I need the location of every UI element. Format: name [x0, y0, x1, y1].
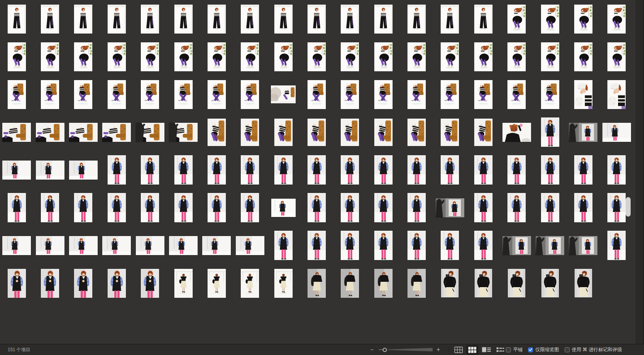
photo-thumbnail[interactable] — [202, 236, 231, 255]
photo-thumbnail[interactable] — [69, 236, 98, 255]
photo-thumbnail[interactable] — [2, 123, 31, 142]
photo-thumbnail[interactable] — [36, 123, 64, 142]
photo-thumbnail[interactable] — [141, 193, 159, 222]
photo-thumbnail[interactable] — [271, 85, 296, 103]
photo-thumbnail[interactable] — [208, 5, 226, 34]
photo-thumbnail[interactable] — [574, 80, 592, 109]
photo-thumbnail[interactable] — [241, 42, 259, 71]
photo-thumbnail[interactable] — [102, 236, 131, 255]
photo-thumbnail[interactable] — [374, 155, 393, 185]
photo-thumbnail[interactable] — [341, 5, 359, 34]
photo-thumbnail[interactable] — [308, 193, 326, 222]
photo-thumbnail[interactable] — [8, 269, 26, 298]
badge-rating-checkbox-box[interactable] — [565, 347, 570, 352]
photo-thumbnail[interactable] — [607, 155, 626, 185]
photo-thumbnail[interactable] — [541, 193, 559, 222]
photo-thumbnail[interactable] — [474, 119, 493, 146]
photo-thumbnail[interactable] — [607, 5, 626, 34]
photo-thumbnail[interactable] — [541, 269, 559, 297]
photo-thumbnail[interactable] — [208, 80, 226, 109]
photo-thumbnail[interactable] — [36, 161, 64, 180]
photo-thumbnail[interactable] — [102, 123, 131, 142]
photo-thumbnail[interactable] — [274, 119, 293, 146]
photo-thumbnail[interactable] — [502, 123, 531, 142]
photo-thumbnail[interactable] — [8, 42, 26, 71]
photo-thumbnail[interactable] — [271, 199, 296, 217]
photo-thumbnail[interactable] — [374, 269, 393, 298]
photo-thumbnail[interactable] — [502, 236, 531, 255]
photo-thumbnail[interactable] — [174, 42, 193, 71]
photo-thumbnail[interactable] — [574, 193, 592, 222]
photo-thumbnail[interactable] — [208, 42, 226, 71]
photo-thumbnail[interactable] — [441, 5, 459, 34]
photo-thumbnail[interactable] — [8, 193, 26, 222]
photo-thumbnail[interactable] — [574, 42, 592, 71]
photo-thumbnail[interactable] — [441, 269, 459, 297]
photo-thumbnail[interactable] — [341, 80, 359, 109]
photo-thumbnail[interactable] — [108, 269, 126, 298]
photo-thumbnail[interactable] — [141, 80, 159, 109]
photo-thumbnail[interactable] — [441, 231, 459, 260]
photo-thumbnail[interactable] — [507, 193, 526, 222]
photo-thumbnail[interactable] — [308, 269, 326, 298]
photo-thumbnail[interactable] — [308, 155, 326, 185]
photo-thumbnail[interactable] — [474, 231, 493, 260]
photo-thumbnail[interactable] — [69, 161, 98, 180]
badge-rating-checkbox[interactable]: 使用 ⌘ 进行标记和评级 — [565, 347, 622, 353]
vertical-scrollbar[interactable] — [626, 197, 631, 217]
photo-thumbnail[interactable] — [374, 119, 393, 146]
photo-thumbnail[interactable] — [274, 155, 293, 185]
photo-thumbnail[interactable] — [474, 42, 493, 71]
photo-thumbnail[interactable] — [474, 80, 493, 109]
photo-thumbnail[interactable] — [274, 5, 293, 34]
photo-thumbnail[interactable] — [607, 42, 626, 71]
photo-thumbnail[interactable] — [407, 80, 426, 109]
thumbnail-size-slider[interactable] — [377, 344, 434, 355]
thumbnail-view-button[interactable] — [466, 345, 478, 355]
photo-thumbnail[interactable] — [108, 42, 126, 71]
photo-thumbnail[interactable] — [374, 80, 393, 109]
photo-thumbnail[interactable] — [441, 155, 459, 185]
photo-thumbnail[interactable] — [407, 42, 426, 71]
photo-thumbnail[interactable] — [208, 269, 226, 298]
photo-thumbnail[interactable] — [141, 155, 159, 185]
photo-thumbnail[interactable] — [41, 42, 59, 71]
photo-thumbnail[interactable] — [607, 80, 626, 109]
zoom-in-button[interactable]: + — [435, 344, 442, 355]
photo-thumbnail[interactable] — [541, 5, 559, 34]
photo-thumbnail[interactable] — [341, 42, 359, 71]
photo-thumbnail[interactable] — [8, 5, 26, 34]
photo-thumbnail[interactable] — [141, 5, 159, 34]
photo-thumbnail[interactable] — [169, 236, 198, 255]
photo-thumbnail[interactable] — [407, 119, 426, 146]
photo-thumbnail[interactable] — [136, 123, 164, 142]
photo-thumbnail[interactable] — [141, 269, 159, 298]
photo-thumbnail[interactable] — [108, 80, 126, 109]
tile-checkbox-box[interactable] — [506, 347, 511, 352]
photo-thumbnail[interactable] — [541, 42, 559, 71]
photo-thumbnail[interactable] — [8, 80, 26, 109]
photo-thumbnail[interactable] — [74, 269, 92, 298]
photo-thumbnail[interactable] — [436, 198, 464, 217]
photo-thumbnail[interactable] — [341, 269, 359, 298]
photo-thumbnail[interactable] — [108, 5, 126, 34]
photo-thumbnail[interactable] — [407, 231, 426, 260]
photo-thumbnail[interactable] — [208, 193, 226, 222]
photo-thumbnail[interactable] — [374, 42, 393, 71]
photo-thumbnail[interactable] — [41, 80, 59, 109]
photo-thumbnail[interactable] — [308, 5, 326, 34]
photo-thumbnail[interactable] — [407, 5, 426, 34]
photo-thumbnail[interactable] — [474, 5, 493, 34]
photo-thumbnail[interactable] — [607, 193, 626, 222]
photo-thumbnail[interactable] — [141, 42, 159, 71]
photo-thumbnail[interactable] — [341, 193, 359, 222]
photo-thumbnail[interactable] — [241, 155, 259, 185]
photo-thumbnail[interactable] — [374, 231, 393, 260]
photo-thumbnail[interactable] — [536, 236, 564, 255]
photo-thumbnail[interactable] — [241, 269, 259, 298]
slider-knob[interactable] — [383, 348, 387, 352]
photo-thumbnail[interactable] — [341, 119, 359, 146]
details-view-button[interactable] — [480, 345, 493, 354]
photo-thumbnail[interactable] — [136, 236, 164, 255]
photo-thumbnail[interactable] — [174, 193, 193, 222]
